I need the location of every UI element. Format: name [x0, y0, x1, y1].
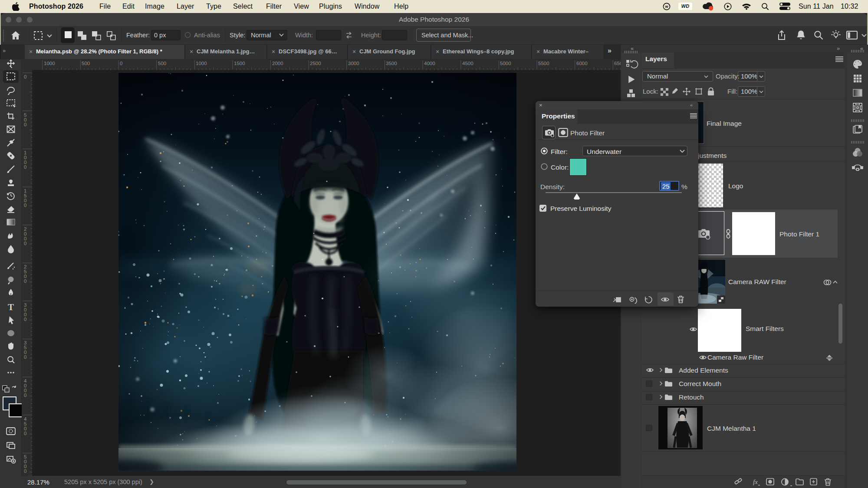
svg-text:0: 0	[24, 122, 26, 127]
svg-text:3500: 3500	[386, 61, 397, 66]
svg-text:0: 0	[24, 468, 26, 474]
svg-text:0: 0	[24, 74, 26, 79]
svg-text:0: 0	[24, 164, 26, 170]
svg-text:0: 0	[24, 278, 26, 284]
svg-text:1500: 1500	[234, 61, 245, 66]
svg-text:2000: 2000	[272, 61, 283, 66]
svg-text:4000: 4000	[424, 61, 435, 66]
svg-text:0: 0	[120, 61, 122, 66]
svg-text:6000: 6000	[576, 61, 588, 66]
svg-text:5500: 5500	[538, 61, 549, 66]
svg-text:3000: 3000	[348, 61, 359, 66]
svg-text:1000: 1000	[196, 61, 207, 66]
svg-text:0: 0	[24, 241, 26, 246]
svg-text:0: 0	[24, 317, 26, 322]
svg-text:0: 0	[24, 354, 26, 360]
svg-text:0: 0	[24, 203, 26, 208]
svg-text:2500: 2500	[310, 61, 321, 66]
svg-text:1000: 1000	[44, 61, 55, 66]
svg-text:fx: fx	[753, 478, 758, 485]
svg-text:4500: 4500	[462, 61, 473, 66]
svg-text:0: 0	[24, 393, 26, 398]
svg-text:T: T	[8, 302, 14, 312]
svg-text:500: 500	[158, 61, 166, 66]
svg-text:6500: 6500	[614, 61, 621, 66]
svg-text:500: 500	[82, 61, 90, 66]
svg-text:0: 0	[24, 431, 26, 436]
svg-text:w: w	[664, 4, 668, 9]
svg-text:5000: 5000	[500, 61, 511, 66]
